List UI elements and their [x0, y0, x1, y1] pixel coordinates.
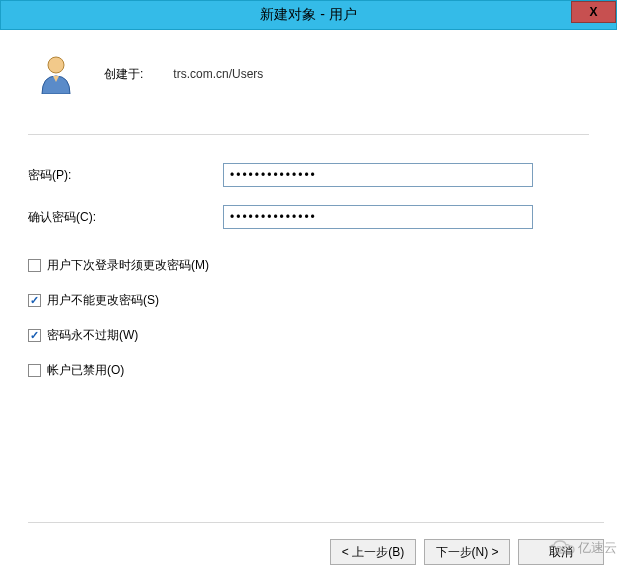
button-divider	[28, 522, 604, 523]
password-input[interactable]	[223, 163, 533, 187]
disabled-checkbox[interactable]	[28, 364, 41, 377]
user-icon	[38, 54, 74, 94]
window-title: 新建对象 - 用户	[260, 6, 356, 24]
back-button[interactable]: < 上一步(B)	[330, 539, 416, 565]
must-change-checkbox[interactable]	[28, 259, 41, 272]
never-expires-label: 密码永不过期(W)	[47, 327, 138, 344]
must-change-row[interactable]: 用户下次登录时须更改密码(M)	[28, 257, 589, 274]
close-icon: X	[589, 5, 597, 19]
cannot-change-label: 用户不能更改密码(S)	[47, 292, 159, 309]
header-row: 创建于: trs.com.cn/Users	[28, 54, 589, 94]
buttons: < 上一步(B) 下一步(N) > 取消	[28, 539, 604, 565]
created-in-path: trs.com.cn/Users	[173, 67, 263, 81]
close-button[interactable]: X	[571, 1, 616, 23]
cannot-change-row[interactable]: 用户不能更改密码(S)	[28, 292, 589, 309]
divider	[28, 134, 589, 135]
must-change-label: 用户下次登录时须更改密码(M)	[47, 257, 209, 274]
cannot-change-checkbox[interactable]	[28, 294, 41, 307]
cancel-button[interactable]: 取消	[518, 539, 604, 565]
titlebar: 新建对象 - 用户 X	[0, 0, 617, 30]
created-in-label: 创建于:	[104, 66, 143, 83]
dialog-content: 创建于: trs.com.cn/Users 密码(P): 确认密码(C): 用户…	[0, 30, 617, 379]
svg-point-0	[48, 57, 64, 73]
password-label: 密码(P):	[28, 167, 223, 184]
confirm-password-label: 确认密码(C):	[28, 209, 223, 226]
button-bar: < 上一步(B) 下一步(N) > 取消	[28, 522, 604, 565]
never-expires-checkbox[interactable]	[28, 329, 41, 342]
confirm-password-row: 确认密码(C):	[28, 205, 589, 229]
password-row: 密码(P):	[28, 163, 589, 187]
disabled-row[interactable]: 帐户已禁用(O)	[28, 362, 589, 379]
checkbox-group: 用户下次登录时须更改密码(M) 用户不能更改密码(S) 密码永不过期(W) 帐户…	[28, 257, 589, 379]
disabled-label: 帐户已禁用(O)	[47, 362, 124, 379]
next-button[interactable]: 下一步(N) >	[424, 539, 510, 565]
never-expires-row[interactable]: 密码永不过期(W)	[28, 327, 589, 344]
confirm-password-input[interactable]	[223, 205, 533, 229]
